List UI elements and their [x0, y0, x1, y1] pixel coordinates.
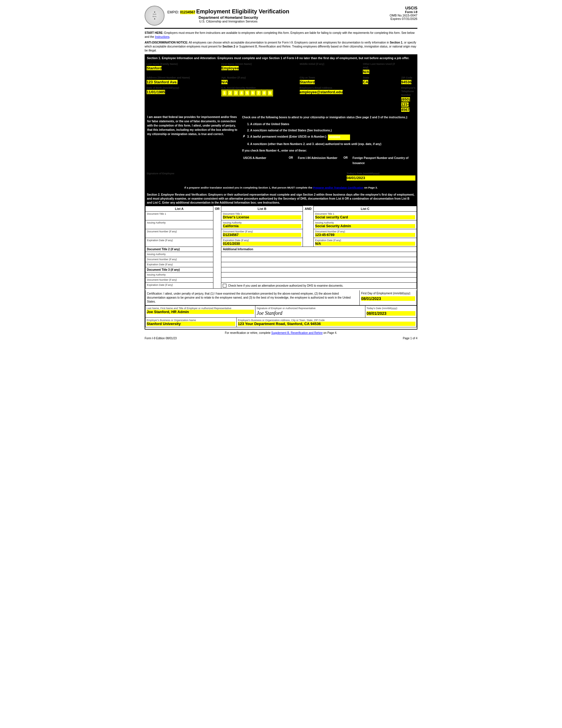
list-b-header: List B	[221, 206, 303, 212]
form-i94-label: Form I-94 Admission Number	[298, 156, 337, 160]
org-name-value: Stanford University	[147, 322, 235, 326]
list-b-auth1-label: Issuing Authority	[223, 221, 301, 224]
preparer-link[interactable]: Preparer and/or Translator Certification	[313, 186, 363, 189]
uscis-label: USCIS	[389, 6, 417, 10]
option3-checkbox[interactable]	[242, 135, 246, 138]
instructions-link[interactable]: Instructions	[155, 35, 169, 38]
list-c-auth1-value: Social Security Admin	[315, 224, 415, 228]
uscis-number: 0000000	[327, 134, 350, 140]
address-label: Address (Street Number and Name)	[147, 76, 219, 80]
phone-value: (650) 123-4567	[401, 97, 410, 112]
alt-procedure-text: Check here if you used an alternative pr…	[228, 284, 343, 287]
phone-label: Employee's Telephone Number	[401, 86, 415, 97]
header-right: USCIS Form I-9 OMB No.1615-0047 Expires …	[389, 6, 417, 20]
option4-checkbox[interactable]	[242, 142, 246, 146]
doc-title2-label: Document Title 2 (if any)	[147, 248, 180, 251]
preparer-note: If a preparer and/or translator assisted…	[145, 185, 417, 191]
option4-fields: USCIS A-Number OR Form I-94 Admission Nu…	[242, 154, 415, 167]
issuing-auth3-label: Issuing Authority	[147, 273, 212, 276]
employer-name-value: Joe Stanford, HR Admin	[147, 310, 254, 314]
org-address-value: 123 Your Department Road, Stanford, CA 9…	[238, 322, 415, 326]
list-b-exp1-label: Expiration Date (if any)	[223, 239, 301, 242]
issuing-auth1-row: Issuing Authority Issuing Authority Cali…	[146, 220, 417, 229]
option1-label: 1. A citizen of the United States	[247, 122, 289, 127]
sig-date-value: 08/01/2023	[347, 175, 415, 181]
list-b-title1-label: Document Title 1	[223, 212, 301, 215]
doc-title3-row: Document Title 3 (if any)	[146, 267, 417, 272]
doc-num2-row: Document Number (if any)	[146, 257, 417, 262]
last-name-value: Stanford	[147, 66, 162, 70]
empid-label: EMPID:	[167, 10, 179, 14]
reverification-note: For reverification or rehire, complete S…	[145, 331, 417, 334]
doc-num3-row: Document Number (if any)	[146, 278, 417, 283]
list-b-num1-value: D1234567	[223, 233, 301, 237]
first-day-section: First Day of Employment (mm/dd/yyyy): 08…	[360, 290, 416, 305]
option2-checkbox[interactable]	[242, 128, 246, 132]
list-c-num1-label: Document Number (if any)	[315, 230, 415, 233]
doc-title3-label: Document Title 3 (if any)	[147, 268, 180, 271]
list-a-auth1	[147, 224, 148, 227]
cert-top: Certification: I attest, under penalty o…	[146, 290, 416, 305]
ssn-label: U.S. Social Security Number	[221, 86, 297, 90]
ssn-digit-2: 2	[228, 90, 233, 96]
doc-title2-row: Document Title 2 (if any) Additional Inf…	[146, 247, 417, 252]
city-value: Stanford	[300, 80, 315, 84]
page-footer: Form I-9 Edition 08/01/23 Page 1 of 4	[145, 337, 417, 340]
dept2: U.S. Citizenship and Immigration Service…	[167, 20, 289, 23]
ssn-digit-7: 7	[256, 90, 261, 96]
employer-sig-row: Last Name, First Name and Title of Emplo…	[146, 305, 416, 317]
supplement-b-link[interactable]: Supplement B, Reverification and Rehire	[272, 331, 323, 334]
check-intro: Check one of the following boxes to atte…	[242, 115, 415, 120]
org-address-label: Employer's Business or Organization Addr…	[238, 319, 415, 322]
option1-checkbox[interactable]	[242, 122, 246, 126]
section2-header: Section 2. Employer Review and Verificat…	[145, 192, 417, 206]
list-c-exp1-value: N/A	[315, 242, 415, 246]
city-label: City or Town	[300, 76, 360, 80]
list-a-num1	[147, 233, 148, 236]
employee-sig-label: Signature of Employee	[147, 172, 344, 175]
list-c-title1-label: Document Title 1	[315, 212, 415, 215]
exp-date1-row: Expiration Date (if any) Expiration Date…	[146, 238, 417, 247]
exp-date1-label: Expiration Date (if any)	[147, 239, 212, 242]
certification-section: Certification: I attest, under penalty o…	[145, 290, 417, 327]
or-separator1: OR	[286, 155, 295, 167]
empid-value: 01234567	[180, 10, 195, 14]
form-title: Employment Eligibility Verification	[196, 8, 289, 15]
attestation-section: I am aware that federal law provides for…	[145, 113, 417, 169]
doc-num3-label: Document Number (if any)	[147, 278, 212, 281]
org-row: Employer's Business or Organization Name…	[146, 317, 416, 327]
issuing-auth1-label: Issuing Authority	[147, 221, 212, 224]
apt-label: Apt. Number (if any)	[221, 76, 297, 80]
list-b-auth1-value: California	[223, 224, 301, 228]
employer-name-label: Last Name, First Name and Title of Emplo…	[147, 307, 254, 310]
exp-date3-row: Expiration Date (if any) Check here if y…	[146, 283, 417, 289]
and-header: AND	[302, 206, 313, 212]
email-value: employee@stanford.edu	[300, 90, 343, 94]
dob-value: 11/01/1985	[147, 90, 165, 94]
list-c-auth1-label: Issuing Authority	[315, 221, 415, 224]
doc-title1-label: Document Title 1	[147, 212, 212, 215]
or-header: OR	[213, 206, 221, 212]
passport-label: Foreign Passport Number and Country of I…	[352, 156, 408, 165]
list-b-num1-label: Document Number (if any)	[223, 230, 301, 233]
ssn-digit-9: 9	[268, 90, 273, 96]
dept1: Department of Homeland Security	[167, 15, 289, 20]
awareness-text: I am aware that federal law provides for…	[146, 113, 241, 169]
list-a-exp1	[147, 242, 148, 245]
list-c-exp1-label: Expiration Date (if any)	[315, 239, 415, 242]
ssn-digit-6: 6	[250, 90, 256, 96]
other-names-label: Other Last Names Used (if any)	[363, 62, 399, 69]
state-value: CA	[363, 80, 368, 84]
option2-row: 2. A noncitizen national of the United S…	[242, 128, 415, 133]
or-separator2: OR	[341, 155, 350, 167]
uscis-a-label: USCIS A-Number	[243, 156, 266, 160]
ssn-digit-8: 8	[262, 90, 267, 96]
state-label: State	[363, 76, 399, 80]
issuing-auth2-row: Issuing Authority	[146, 252, 417, 257]
issuing-auth2-label: Issuing Authority	[147, 253, 212, 256]
exp-date2-label: Expiration Date (if any)	[147, 263, 212, 266]
doc-title1-row: Document Title 1 Document Title 1 Driver…	[146, 212, 417, 220]
section2-container: Section 2. Employer Review and Verificat…	[145, 191, 417, 330]
alt-procedure-checkbox[interactable]	[223, 284, 227, 288]
section1-header: Section 1. Employee Information and Atte…	[145, 55, 417, 61]
